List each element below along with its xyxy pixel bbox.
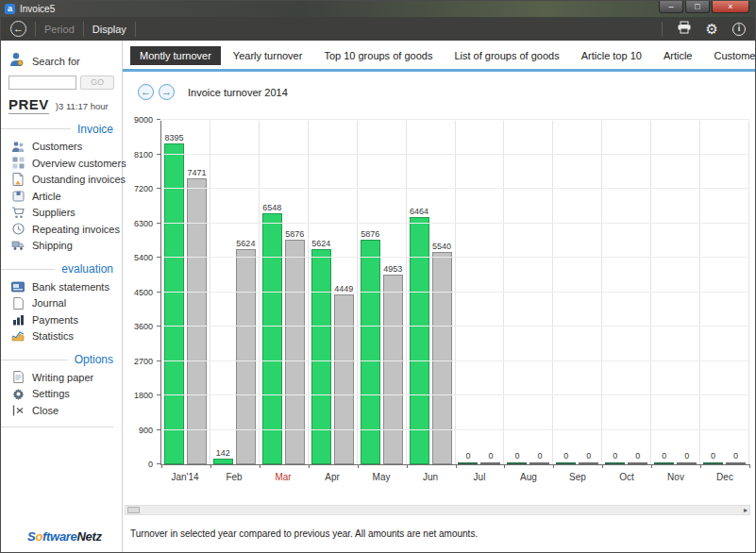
search-input[interactable] [8, 75, 76, 90]
print-icon[interactable] [677, 21, 692, 38]
bar-value-label: 5876 [285, 229, 304, 239]
x-axis-tick [407, 464, 408, 468]
sidebar-item-article[interactable]: Article [1, 188, 122, 205]
bar-selected-year-2014-oct: 0 [605, 462, 625, 464]
next-year-icon[interactable]: → [159, 84, 175, 100]
person-icon [8, 52, 25, 71]
tab-customers[interactable]: Customers [704, 46, 756, 65]
softwarenetz-logo: SoftwareNetz [27, 529, 102, 544]
sidebar-item-overview-customers[interactable]: Overview customers [1, 155, 122, 172]
sidebar-item-settings[interactable]: Settings [1, 386, 122, 403]
bar-value-label: 5540 [432, 242, 451, 251]
x-axis-tick [309, 464, 310, 468]
overview-customers-icon [11, 157, 25, 170]
sidebar-item-label: Bank statements [32, 281, 109, 293]
scrollbar-thumb[interactable] [127, 507, 140, 513]
menu-item-period[interactable]: Period [44, 24, 75, 35]
sidebar-item-repeating-invoices[interactable]: Repeating invoices [1, 221, 122, 238]
section-heading-invoice: Invoice [1, 123, 122, 136]
menu-item-display[interactable]: Display [92, 24, 126, 35]
tab-montly-turnover[interactable]: Montly turnover [130, 46, 221, 65]
sidebar-item-label: Statistics [32, 330, 74, 342]
sidebar-end-divider [1, 427, 113, 427]
gridline [161, 188, 749, 189]
bar-previous-year-2013-jun: 5540 [432, 252, 452, 464]
tab-article-top-10[interactable]: Article top 10 [572, 46, 651, 65]
bar-value-label: 0 [488, 451, 493, 461]
month-group-jan-14: 83957471 [161, 121, 210, 464]
gridline [161, 394, 749, 395]
sidebar-item-label: Customers [32, 141, 82, 152]
x-axis-label-mar: Mar [259, 472, 308, 482]
y-axis-label: 9000 [134, 115, 153, 125]
tab-list-of-groups-of-goods[interactable]: List of groups of goods [445, 46, 568, 65]
sidebar-item-journal[interactable]: Journal [1, 295, 122, 312]
x-axis-label-jun: Jun [406, 472, 455, 482]
go-button[interactable]: GO [80, 75, 114, 90]
tab-article[interactable]: Article [654, 46, 702, 65]
minimize-button[interactable]: – [659, 1, 683, 13]
sidebar-item-shipping[interactable]: Shipping [1, 238, 122, 255]
bar-value-label: 6464 [410, 207, 428, 216]
prev-period-button[interactable]: PREV [8, 97, 49, 114]
bar-value-label: 0 [563, 451, 568, 461]
search-row: Search for [1, 52, 122, 71]
sidebar-item-suppliers[interactable]: Suppliers [1, 205, 122, 222]
bar-value-label: 7471 [187, 168, 206, 177]
y-axis-tick [157, 223, 160, 224]
month-group-apr: 56244449 [309, 121, 358, 464]
sidebar-item-customers[interactable]: Customers [1, 139, 122, 156]
sidebar-item-payments[interactable]: Payments [1, 311, 122, 328]
sidebar-item-close[interactable]: Close [1, 402, 122, 419]
sidebar-item-statistics[interactable]: Statistics [1, 328, 122, 345]
sidebar: Search for GO PREV )3 11:17 hour Invoice… [1, 41, 123, 552]
sidebar-item-oustanding-invoices[interactable]: Oustanding invoices [1, 172, 122, 189]
settings-gear-icon[interactable]: ⚙ [706, 22, 718, 36]
horizontal-scrollbar[interactable]: ▸ [125, 505, 750, 515]
x-axis-tick [700, 464, 701, 468]
search-label: Search for [32, 56, 80, 67]
bar-value-label: 5624 [236, 239, 255, 248]
gridline [161, 429, 749, 430]
bar-value-label: 0 [465, 451, 470, 461]
tab-yearly-turnover[interactable]: Yearly turnover [224, 46, 312, 65]
scrollbar-right-arrow-icon[interactable]: ▸ [744, 506, 748, 514]
bar-selected-year-2014-feb: 142 [213, 459, 233, 464]
back-icon[interactable]: ← [10, 21, 26, 37]
bar-previous-year-2013-jan-14: 7471 [187, 178, 207, 464]
bar-value-label: 142 [216, 448, 230, 458]
bar-selected-year-2014-mar: 6548 [262, 213, 282, 464]
bar-value-label: 0 [635, 451, 640, 461]
main-area: Montly turnoverYearly turnoverTop 10 gro… [123, 41, 755, 552]
tab-top-10-groups-of-goods[interactable]: Top 10 groups of goods [314, 46, 442, 65]
section-title: Options [75, 353, 113, 366]
period-row: PREV )3 11:17 hour [1, 96, 122, 114]
y-axis-label: 6300 [134, 219, 153, 228]
bar-value-label: 6548 [262, 203, 281, 212]
section-heading-evaluation: evaluation [1, 262, 122, 276]
close-button[interactable]: × [712, 1, 749, 13]
x-axis-label-jan-14: Jan'14 [160, 472, 210, 482]
tab-bar: Montly turnoverYearly turnoverTop 10 gro… [130, 45, 755, 66]
month-group-aug: 00 [504, 121, 553, 464]
plot-area: 8395747114256246548587656244449587649536… [160, 121, 749, 465]
customers-icon [11, 140, 25, 153]
sidebar-item-writing-paper[interactable]: Writing paper [1, 369, 122, 386]
bar-value-label: 0 [711, 451, 715, 461]
info-icon[interactable]: i [732, 23, 746, 36]
article-icon [11, 190, 25, 203]
writing-paper-icon [11, 371, 25, 384]
y-axis-tick [157, 188, 160, 189]
gridline [161, 292, 749, 293]
month-group-feb: 1425624 [210, 121, 260, 464]
sidebar-item-bank-statements[interactable]: Bank statements [1, 278, 122, 295]
previous-year-icon[interactable]: ← [138, 84, 154, 100]
maximize-button[interactable]: □ [685, 1, 710, 13]
x-axis-label-nov: Nov [651, 472, 700, 482]
chart-header: ← → Invoice turnover 2014 [138, 84, 755, 100]
toolbar-right: ⚙ i [662, 21, 746, 38]
y-axis-label: 8100 [134, 150, 153, 159]
y-axis-label: 2700 [134, 357, 153, 366]
y-axis-tick [157, 119, 160, 120]
y-axis-tick [157, 154, 160, 155]
